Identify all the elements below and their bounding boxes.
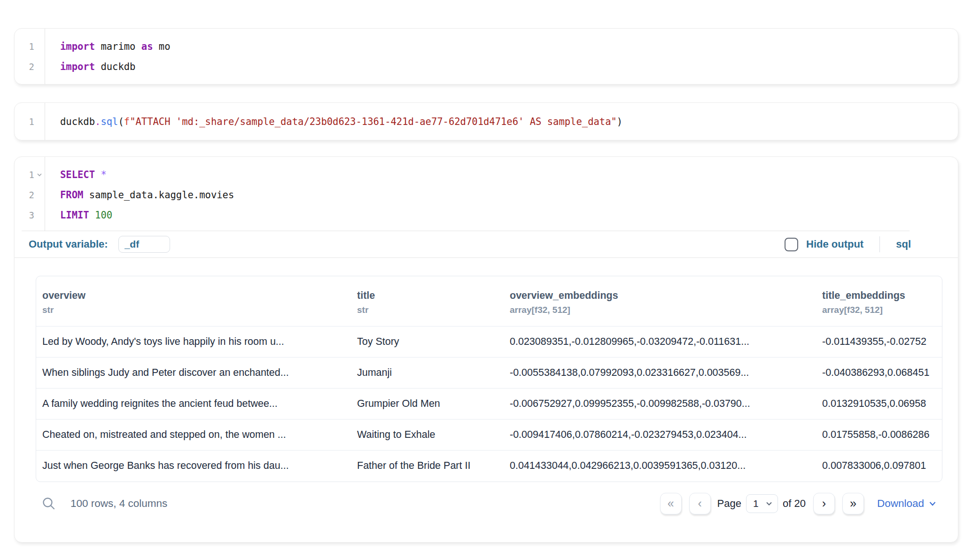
fold-toggle-icon[interactable]	[34, 171, 45, 178]
chevron-down-icon	[928, 499, 937, 508]
page-select-value: 1	[753, 498, 759, 509]
table-header-row: overviewstrtitlestroverview_embeddingsar…	[36, 276, 942, 327]
table-cell: Father of the Bride Part II	[351, 451, 504, 482]
table-cell: Led by Woody, Andy's toys live happily i…	[36, 327, 351, 358]
gutter-divider	[45, 29, 45, 84]
code-token: sample_data.kaggle.movies	[83, 189, 234, 201]
line-gutter: 1	[15, 117, 45, 127]
table-cell: 0.0132910535,0.06958	[816, 389, 942, 420]
code-editor[interactable]: 1import marimo as mo2import duckdb	[15, 29, 958, 84]
table-cell: Waiting to Exhale	[351, 420, 504, 451]
line-gutter: 2	[15, 190, 45, 200]
table-row[interactable]: Just when George Banks has recovered fro…	[36, 451, 942, 482]
double-chevron-right-icon: »	[850, 497, 856, 510]
table-cell: 0.007833006,0.097801	[816, 451, 942, 482]
table-row[interactable]: When siblings Judy and Peter discover an…	[36, 358, 942, 389]
column-header[interactable]: title_embeddingsarray[f32, 512]	[816, 276, 942, 327]
code-cell-attach: 1duckdb.sql(f"ATTACH 'md:_share/sample_d…	[14, 102, 958, 140]
code-line[interactable]: 1import marimo as mo	[15, 36, 958, 56]
code-token	[95, 169, 101, 180]
code-token: SELECT	[60, 169, 95, 180]
table-cell: -0.006752927,0.099952355,-0.009982588,-0…	[504, 389, 816, 420]
code-token: f	[124, 116, 130, 127]
code-editor[interactable]: 1SELECT *2FROM sample_data.kaggle.movies…	[15, 157, 958, 231]
line-gutter: 1	[15, 170, 45, 180]
table-summary: 100 rows, 4 columns	[70, 498, 167, 510]
line-number: 1	[29, 170, 34, 180]
code-token: duckdb	[60, 116, 95, 127]
code-token: LIMIT	[60, 210, 89, 221]
hide-output-checkbox[interactable]	[785, 238, 798, 251]
code-token: as	[141, 41, 153, 52]
code-token: import	[60, 41, 95, 52]
dataframe-table: overviewstrtitlestroverview_embeddingsar…	[36, 276, 942, 482]
language-badge[interactable]: sql	[896, 238, 911, 250]
line-gutter: 1	[15, 41, 45, 52]
page-select[interactable]: 1	[746, 494, 778, 513]
pagination: « ‹ Page 1 of 20 › »	[660, 493, 937, 514]
search-button[interactable]	[41, 496, 56, 511]
divider	[879, 236, 880, 252]
table-cell: 0.041433044,0.042966213,0.0039591365,0.0…	[504, 451, 816, 482]
code-token: "ATTACH 'md:_share/sample_data/23b0d623-…	[130, 116, 617, 127]
table-cell: -0.011439355,-0.02752	[816, 327, 942, 358]
code-line[interactable]: 2import duckdb	[15, 56, 958, 77]
hide-output-label[interactable]: Hide output	[806, 238, 863, 250]
table-cell: Cheated on, mistreated and stepped on, t…	[36, 420, 351, 451]
column-header[interactable]: titlestr	[351, 276, 504, 327]
first-page-button[interactable]: «	[660, 493, 682, 514]
column-dtype: str	[357, 303, 498, 317]
table-row[interactable]: Led by Woody, Andy's toys live happily i…	[36, 327, 942, 358]
chevron-left-icon: ‹	[698, 497, 701, 510]
column-dtype: array[f32, 512]	[510, 303, 810, 317]
table-row[interactable]: A family wedding reignites the ancient f…	[36, 389, 942, 420]
gutter-divider	[45, 103, 45, 140]
line-number: 1	[29, 41, 34, 52]
column-header[interactable]: overviewstr	[36, 276, 351, 327]
column-header[interactable]: overview_embeddingsarray[f32, 512]	[504, 276, 816, 327]
table-cell: -0.009417406,0.07860214,-0.023279453,0.0…	[504, 420, 816, 451]
code-token: marimo	[95, 41, 141, 52]
table-cell: Grumpier Old Men	[351, 389, 504, 420]
column-name: overview	[42, 288, 345, 303]
output-variable-bar: Output variable: Hide output sql	[15, 231, 958, 257]
table-cell: -0.040386293,0.068451	[816, 358, 942, 389]
code-cell-sql: 1SELECT *2FROM sample_data.kaggle.movies…	[14, 156, 958, 543]
line-number: 1	[29, 117, 34, 127]
last-page-button[interactable]: »	[842, 493, 864, 514]
gutter-divider	[45, 157, 45, 231]
code-token: FROM	[60, 189, 83, 201]
code-text: LIMIT 100	[45, 210, 112, 221]
code-token: .	[95, 116, 101, 127]
chevron-down-icon	[765, 500, 773, 507]
output-variable-input[interactable]	[118, 236, 170, 253]
prev-page-button[interactable]: ‹	[689, 493, 711, 514]
table-footer: 100 rows, 4 columns « ‹ Page 1 of 20	[36, 488, 942, 520]
code-token: sql	[101, 116, 118, 127]
double-chevron-left-icon: «	[668, 497, 674, 510]
code-token: import	[60, 61, 95, 72]
download-label: Download	[877, 498, 924, 510]
code-token: duckdb	[95, 61, 135, 72]
footer-left: 100 rows, 4 columns	[41, 496, 167, 511]
column-name: title_embeddings	[822, 288, 936, 303]
table-cell: -0.0055384138,0.07992093,0.023316627,0.0…	[504, 358, 816, 389]
next-page-button[interactable]: ›	[813, 493, 835, 514]
code-token: 100	[95, 210, 112, 221]
code-cell-imports: 1import marimo as mo2import duckdb	[14, 28, 958, 85]
code-line[interactable]: 2FROM sample_data.kaggle.movies	[15, 185, 958, 205]
code-line[interactable]: 1duckdb.sql(f"ATTACH 'md:_share/sample_d…	[15, 111, 958, 132]
code-line[interactable]: 3LIMIT 100	[15, 205, 958, 225]
code-editor[interactable]: 1duckdb.sql(f"ATTACH 'md:_share/sample_d…	[15, 103, 958, 140]
code-text: import marimo as mo	[45, 41, 171, 52]
table-cell: 0.01755858,-0.0086286	[816, 420, 942, 451]
line-number: 2	[29, 62, 34, 72]
table-cell: 0.023089351,-0.012809965,-0.03209472,-0.…	[504, 327, 816, 358]
table-cell: When siblings Judy and Peter discover an…	[36, 358, 351, 389]
table-row[interactable]: Cheated on, mistreated and stepped on, t…	[36, 420, 942, 451]
chevron-right-icon: ›	[822, 497, 826, 510]
page-count-label: of 20	[783, 498, 806, 510]
download-button[interactable]: Download	[877, 498, 937, 510]
code-line[interactable]: 1SELECT *	[15, 164, 958, 185]
output-variable-label: Output variable:	[29, 238, 108, 250]
